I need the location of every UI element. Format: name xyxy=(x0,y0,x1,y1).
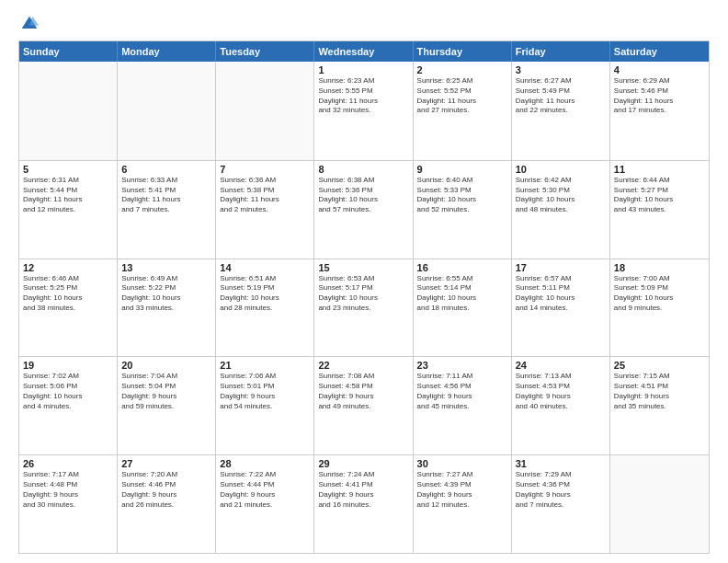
day-number: 23 xyxy=(417,360,507,371)
day-cell-3: 3Sunrise: 6:27 AM Sunset: 5:49 PM Daylig… xyxy=(512,62,610,160)
day-number: 27 xyxy=(121,458,211,469)
day-info: Sunrise: 7:15 AM Sunset: 4:51 PM Dayligh… xyxy=(614,372,705,411)
day-number: 9 xyxy=(417,164,507,175)
day-cell-18: 18Sunrise: 7:00 AM Sunset: 5:09 PM Dayli… xyxy=(610,259,709,357)
day-number: 14 xyxy=(220,262,310,273)
day-cell-4: 4Sunrise: 6:29 AM Sunset: 5:46 PM Daylig… xyxy=(610,62,709,160)
header-day-saturday: Saturday xyxy=(610,41,709,62)
calendar-row-1: 1Sunrise: 6:23 AM Sunset: 5:55 PM Daylig… xyxy=(19,62,709,160)
day-cell-7: 7Sunrise: 6:36 AM Sunset: 5:38 PM Daylig… xyxy=(216,161,314,259)
day-info: Sunrise: 6:38 AM Sunset: 5:36 PM Dayligh… xyxy=(318,176,408,215)
day-cell-1: 1Sunrise: 6:23 AM Sunset: 5:55 PM Daylig… xyxy=(314,62,413,160)
day-info: Sunrise: 7:17 AM Sunset: 4:48 PM Dayligh… xyxy=(23,470,113,510)
day-cell-16: 16Sunrise: 6:55 AM Sunset: 5:14 PM Dayli… xyxy=(414,259,512,357)
calendar-row-4: 19Sunrise: 7:02 AM Sunset: 5:06 PM Dayli… xyxy=(19,356,709,454)
day-number: 29 xyxy=(318,458,408,469)
day-info: Sunrise: 7:22 AM Sunset: 4:44 PM Dayligh… xyxy=(220,470,310,510)
day-cell-20: 20Sunrise: 7:04 AM Sunset: 5:04 PM Dayli… xyxy=(118,357,216,454)
day-number: 28 xyxy=(220,458,310,469)
day-cell-22: 22Sunrise: 7:08 AM Sunset: 4:58 PM Dayli… xyxy=(314,357,413,454)
day-cell-31: 31Sunrise: 7:29 AM Sunset: 4:36 PM Dayli… xyxy=(512,455,610,553)
day-info: Sunrise: 6:53 AM Sunset: 5:17 PM Dayligh… xyxy=(318,274,408,314)
header-day-monday: Monday xyxy=(118,41,216,62)
day-number: 7 xyxy=(220,164,310,175)
day-number: 21 xyxy=(220,360,310,371)
day-cell-29: 29Sunrise: 7:24 AM Sunset: 4:41 PM Dayli… xyxy=(314,455,413,553)
calendar-row-2: 5Sunrise: 6:31 AM Sunset: 5:44 PM Daylig… xyxy=(19,160,709,259)
day-cell-10: 10Sunrise: 6:42 AM Sunset: 5:30 PM Dayli… xyxy=(512,161,610,259)
day-info: Sunrise: 7:08 AM Sunset: 4:58 PM Dayligh… xyxy=(318,372,408,411)
day-number: 5 xyxy=(23,164,113,175)
header-day-tuesday: Tuesday xyxy=(216,41,314,62)
day-cell-14: 14Sunrise: 6:51 AM Sunset: 5:19 PM Dayli… xyxy=(216,259,314,357)
empty-cell xyxy=(216,62,314,160)
day-cell-13: 13Sunrise: 6:49 AM Sunset: 5:22 PM Dayli… xyxy=(118,259,216,357)
day-cell-21: 21Sunrise: 7:06 AM Sunset: 5:01 PM Dayli… xyxy=(216,357,314,454)
day-number: 18 xyxy=(614,262,705,273)
day-info: Sunrise: 7:11 AM Sunset: 4:56 PM Dayligh… xyxy=(417,372,507,411)
day-number: 26 xyxy=(23,458,113,469)
header-day-friday: Friday xyxy=(512,41,610,62)
day-info: Sunrise: 7:13 AM Sunset: 4:53 PM Dayligh… xyxy=(516,372,606,411)
header-day-wednesday: Wednesday xyxy=(314,41,413,62)
day-info: Sunrise: 6:36 AM Sunset: 5:38 PM Dayligh… xyxy=(220,176,310,215)
day-info: Sunrise: 7:00 AM Sunset: 5:09 PM Dayligh… xyxy=(614,274,705,314)
day-cell-19: 19Sunrise: 7:02 AM Sunset: 5:06 PM Dayli… xyxy=(19,357,118,454)
day-cell-25: 25Sunrise: 7:15 AM Sunset: 4:51 PM Dayli… xyxy=(610,357,709,454)
day-number: 3 xyxy=(516,64,606,75)
day-number: 12 xyxy=(23,262,113,273)
day-info: Sunrise: 6:23 AM Sunset: 5:55 PM Dayligh… xyxy=(318,76,408,116)
day-cell-23: 23Sunrise: 7:11 AM Sunset: 4:56 PM Dayli… xyxy=(414,357,512,454)
day-info: Sunrise: 6:29 AM Sunset: 5:46 PM Dayligh… xyxy=(614,76,705,116)
day-info: Sunrise: 7:20 AM Sunset: 4:46 PM Dayligh… xyxy=(121,470,211,510)
day-number: 16 xyxy=(417,262,507,273)
calendar-header: SundayMondayTuesdayWednesdayThursdayFrid… xyxy=(19,41,709,62)
page: SundayMondayTuesdayWednesdayThursdayFrid… xyxy=(0,0,728,563)
day-number: 8 xyxy=(318,164,408,175)
day-info: Sunrise: 6:46 AM Sunset: 5:25 PM Dayligh… xyxy=(23,274,113,314)
calendar-row-5: 26Sunrise: 7:17 AM Sunset: 4:48 PM Dayli… xyxy=(19,454,709,553)
header xyxy=(18,15,710,33)
day-info: Sunrise: 6:57 AM Sunset: 5:11 PM Dayligh… xyxy=(516,274,606,314)
day-info: Sunrise: 7:27 AM Sunset: 4:39 PM Dayligh… xyxy=(417,470,507,510)
day-cell-2: 2Sunrise: 6:25 AM Sunset: 5:52 PM Daylig… xyxy=(414,62,512,160)
day-number: 24 xyxy=(516,360,606,371)
day-number: 19 xyxy=(23,360,113,371)
day-number: 2 xyxy=(417,64,507,75)
day-info: Sunrise: 6:42 AM Sunset: 5:30 PM Dayligh… xyxy=(516,176,606,215)
day-info: Sunrise: 6:27 AM Sunset: 5:49 PM Dayligh… xyxy=(516,76,606,116)
day-info: Sunrise: 7:06 AM Sunset: 5:01 PM Dayligh… xyxy=(220,372,310,411)
day-number: 4 xyxy=(614,64,705,75)
day-cell-5: 5Sunrise: 6:31 AM Sunset: 5:44 PM Daylig… xyxy=(19,161,118,259)
empty-cell xyxy=(118,62,216,160)
day-number: 30 xyxy=(417,458,507,469)
calendar-row-3: 12Sunrise: 6:46 AM Sunset: 5:25 PM Dayli… xyxy=(19,259,709,357)
day-number: 13 xyxy=(121,262,211,273)
day-info: Sunrise: 6:49 AM Sunset: 5:22 PM Dayligh… xyxy=(121,274,211,314)
day-number: 25 xyxy=(614,360,705,371)
day-info: Sunrise: 6:40 AM Sunset: 5:33 PM Dayligh… xyxy=(417,176,507,215)
day-number: 10 xyxy=(516,164,606,175)
day-number: 11 xyxy=(614,164,705,175)
day-cell-27: 27Sunrise: 7:20 AM Sunset: 4:46 PM Dayli… xyxy=(118,455,216,553)
day-number: 17 xyxy=(516,262,606,273)
day-cell-11: 11Sunrise: 6:44 AM Sunset: 5:27 PM Dayli… xyxy=(610,161,709,259)
day-info: Sunrise: 7:29 AM Sunset: 4:36 PM Dayligh… xyxy=(516,470,606,510)
empty-cell xyxy=(610,455,709,553)
day-info: Sunrise: 7:04 AM Sunset: 5:04 PM Dayligh… xyxy=(121,372,211,411)
logo xyxy=(18,15,39,33)
calendar: SundayMondayTuesdayWednesdayThursdayFrid… xyxy=(18,40,710,554)
day-cell-8: 8Sunrise: 6:38 AM Sunset: 5:36 PM Daylig… xyxy=(314,161,413,259)
day-number: 1 xyxy=(318,64,408,75)
empty-cell xyxy=(19,62,118,160)
day-cell-26: 26Sunrise: 7:17 AM Sunset: 4:48 PM Dayli… xyxy=(19,455,118,553)
day-info: Sunrise: 6:51 AM Sunset: 5:19 PM Dayligh… xyxy=(220,274,310,314)
header-day-thursday: Thursday xyxy=(414,41,512,62)
day-number: 15 xyxy=(318,262,408,273)
day-cell-12: 12Sunrise: 6:46 AM Sunset: 5:25 PM Dayli… xyxy=(19,259,118,357)
day-info: Sunrise: 7:24 AM Sunset: 4:41 PM Dayligh… xyxy=(318,470,408,510)
day-number: 31 xyxy=(516,458,606,469)
day-info: Sunrise: 6:31 AM Sunset: 5:44 PM Dayligh… xyxy=(23,176,113,215)
day-cell-17: 17Sunrise: 6:57 AM Sunset: 5:11 PM Dayli… xyxy=(512,259,610,357)
day-cell-24: 24Sunrise: 7:13 AM Sunset: 4:53 PM Dayli… xyxy=(512,357,610,454)
